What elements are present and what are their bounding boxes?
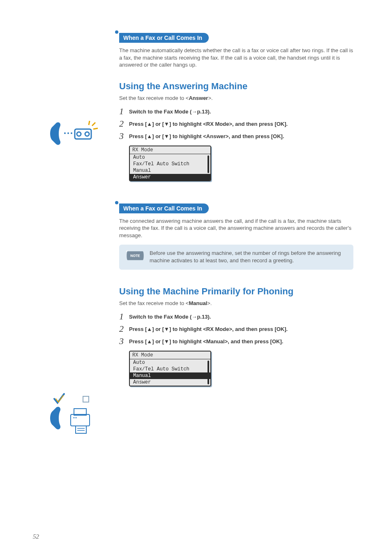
intro-post: >. [208, 95, 212, 101]
intro-post: >. [207, 300, 212, 306]
lcd-row: Auto [130, 359, 210, 366]
svg-point-12 [74, 417, 75, 419]
step-text: Press [▲] or [▼] to highlight <Manual>, … [129, 337, 283, 345]
step-num: 2 [119, 324, 129, 333]
lcd-panel-answer: RX Mode Auto Fax/Tel Auto Switch Manual … [129, 146, 211, 181]
lcd-row-selected: Manual [130, 372, 210, 379]
svg-point-0 [64, 132, 66, 134]
step-text: Press [▲] or [▼] to highlight <RX Mode>,… [129, 324, 288, 333]
note-box: NOTE Before use the answering machine, s… [119, 245, 353, 269]
intro-strong: Manual [189, 300, 207, 306]
note-text: Before use the answering machine, set th… [150, 250, 347, 264]
svg-point-2 [71, 132, 72, 134]
svg-point-13 [76, 417, 77, 419]
lcd-scrollbar [208, 361, 209, 384]
svg-rect-9 [83, 396, 89, 402]
intro-pre: Set the fax receive mode to < [119, 95, 189, 101]
callout-fax-or-call-2: When a Fax or Call Comes In [119, 204, 209, 213]
intro-phoning: Set the fax receive mode to <Manual>. [119, 300, 353, 306]
step-row: 1 Switch to the Fax Mode (→p.13). [119, 107, 353, 116]
body-fax-or-call-1: The machine automatically detects whethe… [119, 47, 353, 69]
body-fax-or-call-2: The connected answering machine answers … [119, 217, 353, 239]
step-num: 1 [119, 107, 129, 116]
step-text: Switch to the Fax Mode (→p.13). [129, 107, 211, 116]
step-text: Switch to the Fax Mode (→p.13). [129, 312, 211, 321]
intro-answering: Set the fax receive mode to <Answer>. [119, 95, 353, 101]
callout-fax-or-call-1: When a Fax or Call Comes In [119, 33, 209, 43]
step-row: 2 Press [▲] or [▼] to highlight <RX Mode… [119, 119, 353, 128]
step-row: 3 Press [▲] or [▼] to highlight <Manual>… [119, 337, 353, 346]
illustration-phoning [45, 391, 103, 428]
lcd-panel-manual: RX Mode Auto Fax/Tel Auto Switch Manual … [129, 351, 211, 386]
lcd-row-selected: Answer [130, 174, 210, 180]
step-text: Press [▲] or [▼] to highlight <RX Mode>,… [129, 119, 288, 128]
svg-point-1 [67, 132, 69, 134]
intro-strong: Answer [189, 95, 208, 101]
intro-pre: Set the fax receive mode to < [119, 300, 189, 306]
svg-line-7 [93, 128, 98, 129]
steps-phoning: 1 Switch to the Fax Mode (→p.13). 2 Pres… [119, 312, 353, 346]
steps-answering: 1 Switch to the Fax Mode (→p.13). 2 Pres… [119, 107, 353, 141]
step-text: Press [▲] or [▼] to highlight <Answer>, … [129, 132, 284, 140]
lcd-title: RX Mode [130, 146, 210, 154]
svg-point-4 [77, 132, 81, 136]
step-num: 2 [119, 119, 129, 128]
lcd-row: Manual [130, 167, 210, 174]
step-row: 1 Switch to the Fax Mode (→p.13). [119, 312, 353, 321]
step-num: 3 [119, 132, 129, 141]
svg-rect-10 [71, 414, 90, 426]
lcd-row: Fax/Tel Auto Switch [130, 366, 210, 372]
page-number: 52 [33, 533, 39, 540]
heading-answering-machine: Using the Answering Machine [119, 81, 353, 92]
step-row: 2 Press [▲] or [▼] to highlight <RX Mode… [119, 324, 353, 333]
svg-text:NOTE: NOTE [130, 254, 140, 258]
heading-phoning: Using the Machine Primarily for Phoning [119, 286, 353, 297]
lcd-row: Answer [130, 379, 210, 386]
note-icon: NOTE [126, 250, 145, 261]
lcd-row: Auto [130, 154, 210, 161]
illustration-answering-machine [45, 115, 103, 152]
lcd-row: Fax/Tel Auto Switch [130, 161, 210, 167]
lcd-title: RX Mode [130, 352, 210, 359]
lcd-scrollbar [208, 155, 209, 173]
step-num: 1 [119, 312, 129, 321]
step-num: 3 [119, 337, 129, 346]
svg-point-5 [85, 132, 89, 136]
svg-line-6 [92, 123, 95, 126]
step-row: 3 Press [▲] or [▼] to highlight <Answer>… [119, 132, 353, 141]
svg-line-8 [89, 121, 90, 125]
